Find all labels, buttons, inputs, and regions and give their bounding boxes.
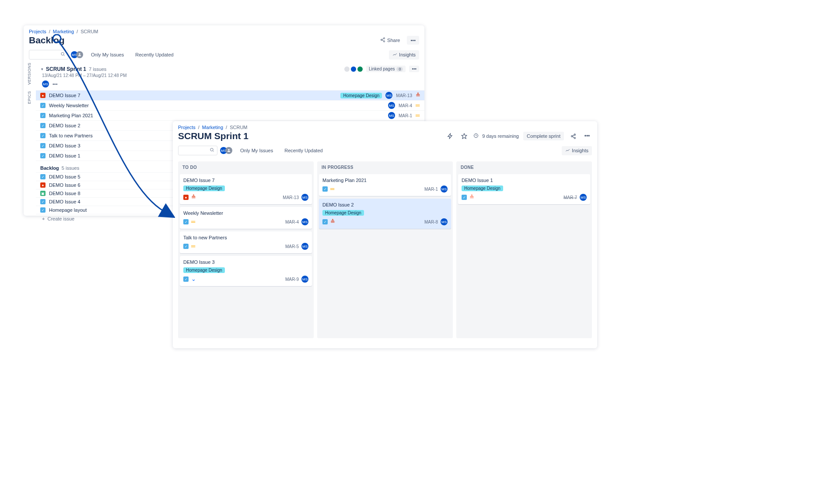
assignee-avatar[interactable]: MS (301, 276, 308, 283)
board-card[interactable]: Weekly Newsletter✓═MAR-4MS (180, 207, 312, 229)
card-title: Weekly Newsletter (183, 210, 308, 216)
priority-icon: ⌄ (191, 277, 196, 281)
linked-pages-label: Linked pages (369, 66, 395, 71)
assignee-avatar[interactable]: MS (301, 194, 308, 201)
column-title: DONE (458, 163, 590, 172)
board-column: IN PROGRESSMarketing Plan 2021✓═MAR-1MSD… (317, 161, 453, 338)
issue-title: Weekly Newsletter (49, 103, 89, 108)
search-icon (60, 52, 65, 58)
chart-icon (565, 148, 570, 154)
issue-type-icon: ✓ (40, 103, 46, 108)
board-column: TO DODEMO Issue 7Homepage Design●≙MAR-13… (178, 161, 314, 338)
search-icon (210, 147, 214, 154)
svg-point-3 (61, 52, 64, 55)
avatar-unassigned[interactable] (76, 51, 83, 58)
priority-icon: ═ (191, 220, 196, 224)
crumb-current: SCRUM (80, 29, 98, 34)
assignee-avatar[interactable]: MS (388, 112, 395, 119)
assignee-avatar[interactable]: MS (385, 92, 392, 99)
epic-chip[interactable]: Homepage Design (462, 186, 503, 191)
card-title: DEMO Issue 1 (462, 178, 587, 183)
issue-title: DEMO Issue 7 (49, 93, 80, 98)
clock-icon (473, 133, 479, 139)
issue-key: MAR-8 (424, 220, 438, 224)
priority-icon: ═ (191, 244, 196, 248)
tab-versions[interactable]: VERSIONS (27, 63, 32, 85)
issue-key: MAR-13 (396, 93, 412, 98)
crumb-marketing[interactable]: Marketing (202, 125, 223, 130)
star-button[interactable] (459, 131, 469, 141)
svg-point-2 (384, 41, 385, 42)
assignee-avatar[interactable]: MS (388, 102, 395, 109)
avatar-unassigned[interactable] (225, 147, 232, 154)
filter-recent[interactable]: Recently Updated (132, 51, 177, 59)
issue-row[interactable]: ●DEMO Issue 7Homepage DesignMSMAR-13≙ (36, 91, 424, 101)
share-button[interactable]: Share (377, 35, 403, 45)
board-panel: Projects/ Marketing/ SCRUM SCRUM Sprint … (173, 121, 597, 348)
more-button[interactable]: ••• (407, 36, 419, 45)
epic-chip[interactable]: Homepage Design (183, 267, 225, 273)
insights-label: Insights (572, 148, 588, 153)
assignee-avatar[interactable]: MS (441, 218, 448, 225)
crumb-marketing[interactable]: Marketing (53, 29, 74, 34)
issue-type-icon: ● (183, 195, 189, 200)
more-button[interactable]: ••• (582, 131, 592, 141)
tab-epics[interactable]: EPICS (27, 91, 32, 104)
assignee-filter[interactable]: MS (222, 147, 232, 154)
assignee-avatar[interactable]: MS (301, 243, 308, 250)
sprint-more-button[interactable]: ••• (409, 66, 419, 72)
sprint-assignee-more-icon[interactable]: ••• (52, 81, 58, 87)
breadcrumb: Projects/ Marketing/ SCRUM (24, 25, 424, 34)
priority-icon: ≙ (416, 93, 420, 98)
avatar-ms[interactable]: MS (42, 80, 49, 88)
issue-type-icon: ● (40, 182, 46, 188)
epic-chip[interactable]: Homepage Design (322, 210, 364, 216)
crumb-projects[interactable]: Projects (29, 29, 46, 34)
search-input[interactable] (178, 146, 217, 155)
assignee-avatar[interactable]: MS (301, 218, 308, 225)
board-card[interactable]: DEMO Issue 1Homepage Design✓≙MAR-7MS (458, 174, 590, 204)
issue-type-icon: ▣ (40, 191, 46, 196)
sprint-count: 7 issues (89, 66, 106, 72)
issue-row[interactable]: ✓Weekly NewsletterMSMAR-4═ (36, 101, 424, 111)
share-label: Share (387, 38, 400, 43)
assignee-avatar[interactable]: MS (580, 194, 587, 201)
sprint-assignees: MS ••• (42, 80, 424, 88)
share-button[interactable] (568, 131, 578, 141)
issue-type-icon: ✓ (40, 153, 46, 158)
assignee-filter[interactable]: MS (73, 51, 83, 58)
breadcrumb: Projects/ Marketing/ SCRUM (173, 121, 597, 130)
crumb-projects[interactable]: Projects (178, 125, 196, 130)
chevron-down-icon[interactable]: ▾ (41, 67, 43, 71)
board-card[interactable]: DEMO Issue 2Homepage Design✓≙MAR-8MS (319, 199, 451, 229)
search-input[interactable] (29, 50, 68, 60)
board-card[interactable]: Talk to new Partners✓═MAR-5MS (180, 231, 312, 253)
automation-button[interactable] (445, 131, 455, 141)
epic-chip[interactable]: Homepage Design (183, 186, 225, 191)
sidebar-tabs: VERSIONS EPICS (27, 63, 32, 104)
insights-button[interactable]: Insights (562, 146, 592, 155)
card-title: Talk to new Partners (183, 235, 308, 240)
board-card[interactable]: DEMO Issue 3Homepage Design✓⌄MAR-9MS (180, 256, 312, 286)
issue-title: DEMO Issue 5 (49, 174, 80, 179)
board-card[interactable]: DEMO Issue 7Homepage Design●≙MAR-13MS (180, 174, 312, 204)
filter-only-my[interactable]: Only My Issues (237, 147, 276, 154)
board-card[interactable]: Marketing Plan 2021✓═MAR-1MS (319, 174, 451, 196)
filter-only-my[interactable]: Only My Issues (88, 51, 127, 59)
priority-icon: ═ (416, 113, 420, 118)
svg-point-10 (210, 148, 213, 151)
insights-button[interactable]: Insights (389, 50, 419, 60)
linked-pages-button[interactable]: Linked pages 0 (366, 66, 406, 72)
issue-type-icon: ✓ (322, 219, 328, 224)
complete-sprint-button[interactable]: Complete sprint (523, 132, 564, 140)
svg-point-9 (574, 137, 575, 138)
filter-recent[interactable]: Recently Updated (281, 147, 326, 154)
epic-chip[interactable]: Homepage Design (340, 93, 382, 98)
issue-type-icon: ✓ (40, 174, 46, 179)
priority-icon: ═ (416, 103, 420, 108)
priority-icon: ═ (330, 187, 335, 191)
issue-key: MAR-4 (399, 103, 412, 108)
assignee-avatar[interactable]: MS (441, 186, 448, 192)
issue-row[interactable]: ✓Marketing Plan 2021MSMAR-1═ (36, 111, 424, 121)
svg-point-8 (571, 135, 572, 136)
